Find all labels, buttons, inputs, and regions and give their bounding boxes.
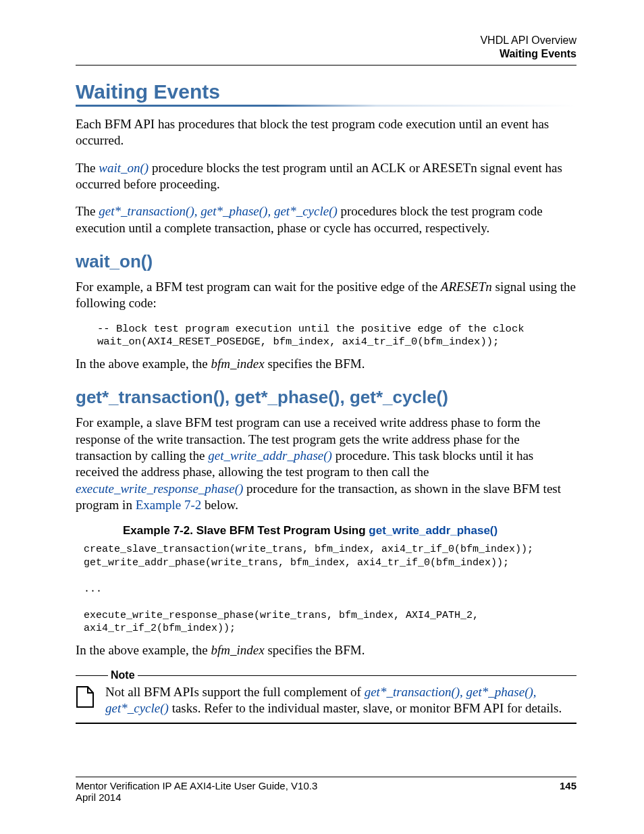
text: In the above example, the (76, 643, 211, 657)
example-caption: Example 7-2. Slave BFM Test Program Usin… (123, 524, 576, 538)
text: procedure blocks the test program until … (76, 161, 562, 191)
text: Not all BFM APIs support the full comple… (105, 685, 365, 699)
note-label: Note (108, 669, 138, 681)
footer-date: April 2014 (76, 791, 576, 803)
text: specifies the BFM. (265, 357, 365, 371)
page-footer: Mentor Verification IP AE AXI4-Lite User… (76, 777, 576, 803)
paragraph: The get*_transaction(), get*_phase(), ge… (76, 203, 576, 236)
note-icon (76, 684, 96, 717)
footer-rule (76, 777, 576, 777)
text: below. (201, 498, 238, 512)
text: For example, a BFM test program can wait… (76, 280, 441, 294)
paragraph: Each BFM API has procedures that block t… (76, 116, 576, 149)
header-rule (76, 65, 576, 66)
link-wait-on[interactable]: wait_on() (99, 161, 149, 175)
heading-waiting-events: Waiting Events (76, 80, 576, 103)
paragraph: For example, a BFM test program can wait… (76, 279, 576, 312)
running-header: VHDL API Overview Waiting Events (76, 34, 576, 61)
text: The (76, 204, 99, 218)
heading-get-transaction-phase-cycle: get*_transaction(), get*_phase(), get*_c… (76, 387, 576, 408)
text: Example 7-2. Slave BFM Test Program Usin… (123, 524, 369, 537)
rule (76, 675, 108, 676)
header-chapter: VHDL API Overview (76, 34, 576, 47)
link-example-7-2[interactable]: Example 7-2 (136, 498, 202, 512)
heading-wait-on: wait_on() (76, 251, 576, 272)
text: specifies the BFM. (265, 643, 365, 657)
link-get-write-addr-phase[interactable]: get_write_addr_phase() (208, 448, 332, 463)
link-execute-write-response-phase[interactable]: execute_write_response_phase() (76, 481, 243, 496)
link-get-write-addr-phase[interactable]: get_write_addr_phase() (369, 524, 498, 537)
footer-title: Mentor Verification IP AE AXI4-Lite User… (76, 780, 317, 791)
link-get-transaction-phase-cycle[interactable]: get*_transaction(), get*_phase(), get*_c… (99, 204, 338, 218)
header-section: Waiting Events (76, 47, 576, 61)
paragraph: The wait_on() procedure blocks the test … (76, 160, 576, 193)
text-emphasis: ARESETn (441, 280, 492, 294)
note-body: Not all BFM APIs support the full comple… (76, 681, 576, 724)
text: The (76, 161, 99, 175)
note-text: Not all BFM APIs support the full comple… (105, 684, 576, 717)
text: tasks. Refer to the individual master, s… (169, 701, 562, 715)
rule (138, 675, 576, 676)
page: VHDL API Overview Waiting Events Waiting… (0, 0, 644, 834)
text-emphasis: bfm_index (211, 643, 264, 657)
paragraph: In the above example, the bfm_index spec… (76, 356, 576, 372)
code-block: create_slave_transaction(write_trans, bf… (84, 543, 576, 635)
heading-underline (76, 105, 576, 107)
note-header: Note (76, 669, 576, 681)
text: In the above example, the (76, 357, 211, 371)
paragraph: In the above example, the bfm_index spec… (76, 642, 576, 658)
note-box: Note Not all BFM APIs support the full c… (76, 669, 576, 724)
page-number: 145 (560, 780, 576, 791)
code-block: -- Block test program execution until th… (97, 323, 576, 350)
text-emphasis: bfm_index (211, 357, 264, 371)
paragraph: For example, a slave BFM test program ca… (76, 415, 576, 513)
